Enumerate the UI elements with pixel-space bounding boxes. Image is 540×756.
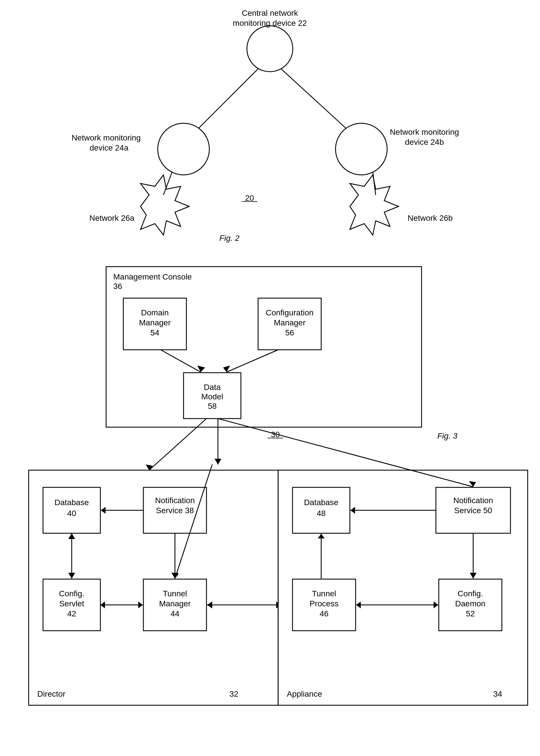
tunnel-process-num: 46 [320, 609, 329, 618]
tunnel-process-label2: Process [310, 599, 338, 608]
config-daemon-label2: Daemon [455, 599, 485, 608]
tunnel-process-label: Tunnel [312, 589, 337, 598]
director-num: 32 [229, 690, 238, 698]
svg-marker-5 [141, 175, 189, 235]
tunnel-manager-label: Tunnel [163, 589, 187, 598]
mgmt-console-num: 36 [113, 282, 122, 291]
network-26b-label: Network 26b [408, 213, 453, 222]
tunnel-manager-num: 44 [170, 609, 179, 618]
node-24b-label: Network monitoring [390, 128, 459, 136]
appliance-label: Appliance [287, 690, 322, 698]
svg-point-0 [247, 26, 293, 72]
config-manager-num: 56 [285, 328, 294, 337]
config-daemon-num: 52 [466, 609, 474, 618]
database-40-num: 40 [67, 509, 76, 518]
label-20: 20 [245, 193, 254, 202]
notif-service-50-label: Notification [454, 496, 493, 505]
svg-point-4 [336, 123, 387, 175]
database-40-label: Database [55, 498, 89, 507]
network-26a-label: Network 26a [89, 213, 134, 222]
config-manager-label2: Manager [274, 318, 306, 327]
data-model-num: 58 [207, 402, 216, 411]
central-node-label: Central network [242, 9, 298, 18]
svg-marker-22 [214, 459, 221, 464]
node-24a-label: Network monitoring [71, 133, 141, 142]
fig3-label: Fig. 3 [437, 432, 458, 441]
fig2-label: Fig. 2 [219, 234, 239, 243]
director-label: Director [37, 690, 66, 698]
node-24a-label2: device 24a [89, 143, 128, 152]
config-servlet-label2: Servlet [59, 599, 84, 608]
notif-service-38-label: Notification [155, 496, 195, 505]
data-model-label2: Model [201, 392, 223, 401]
domain-manager-label: Domain [141, 308, 169, 317]
domain-manager-num: 54 [150, 328, 159, 337]
svg-line-1 [195, 69, 258, 132]
mgmt-console-label: Management Console [113, 272, 192, 281]
config-daemon-label: Config. [458, 589, 483, 598]
tunnel-manager-label2: Manager [159, 599, 191, 608]
config-servlet-num: 42 [67, 609, 76, 618]
appliance-num: 34 [493, 690, 502, 698]
svg-point-3 [158, 123, 209, 175]
database-48-num: 48 [317, 509, 326, 518]
database-48-label: Database [304, 498, 338, 507]
config-servlet-label: Config. [59, 589, 84, 598]
central-node-label2: monitoring device 22 [233, 19, 307, 28]
svg-line-2 [281, 69, 350, 132]
node-24b-label2: device 24b [405, 138, 444, 147]
notif-service-50-label2: Service 50 [454, 506, 492, 515]
notif-service-38-label2: Service 38 [156, 506, 194, 515]
page: Central network monitoring device 22 Net… [0, 0, 540, 756]
data-model-label: Data [203, 383, 221, 392]
domain-manager-label2: Manager [139, 318, 171, 327]
config-manager-label: Configuration [266, 308, 314, 317]
